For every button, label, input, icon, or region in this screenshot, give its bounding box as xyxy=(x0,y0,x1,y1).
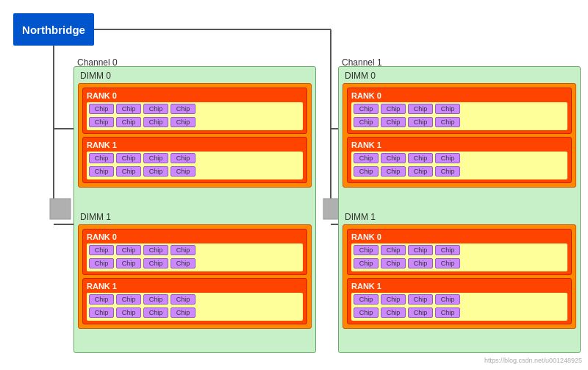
chip: Chip xyxy=(116,307,141,318)
channel-0-dimm-1-label: DIMM 1 xyxy=(78,212,312,222)
chip: Chip xyxy=(435,104,460,114)
chip: Chip xyxy=(408,307,433,318)
chip: Chip xyxy=(354,294,379,305)
chip-row: Chip Chip Chip Chip xyxy=(89,245,301,255)
channel-1-dimm-1-rank-0-label: RANK 0 xyxy=(351,232,567,241)
channel-0-dimm-1-inner: RANK 0 Chip Chip Chip Chip Chip Chip xyxy=(78,224,312,329)
chip: Chip xyxy=(116,258,141,268)
chip: Chip xyxy=(381,294,406,305)
chip: Chip xyxy=(381,258,406,268)
chip: Chip xyxy=(381,117,406,127)
chip: Chip xyxy=(116,294,141,305)
chip: Chip xyxy=(116,166,141,177)
chip: Chip xyxy=(435,245,460,255)
chip: Chip xyxy=(171,245,196,255)
channel-0-dimm-0-rank-0-label: RANK 0 xyxy=(87,91,303,100)
channel-0-dimm-1-rank-0-label: RANK 0 xyxy=(87,232,303,241)
chip: Chip xyxy=(435,153,460,163)
chip-row: Chip Chip Chip Chip xyxy=(354,104,565,114)
channel-1-dimm-1-rank-1: RANK 1 Chip Chip Chip Chip Chip Chip xyxy=(347,278,572,324)
channel-0-dimm-0-rank-1-label: RANK 1 xyxy=(87,140,303,149)
channel-1-dimm-1-rank-0: RANK 0 Chip Chip Chip Chip Chip Chip xyxy=(347,229,572,275)
channel-1-dimm-0-rank-1-label: RANK 1 xyxy=(351,140,567,149)
channel-1-dimm-1-rank-1-chips: Chip Chip Chip Chip Chip Chip Chip Chip xyxy=(351,293,567,321)
chip: Chip xyxy=(143,117,168,127)
chip: Chip xyxy=(143,258,168,268)
chip: Chip xyxy=(143,166,168,177)
chip: Chip xyxy=(171,166,196,177)
channel-1-dimm-0-label: DIMM 0 xyxy=(343,71,576,81)
chip: Chip xyxy=(171,104,196,114)
chip-row: Chip Chip Chip Chip xyxy=(89,153,301,163)
channel-0-dimm-0-inner: RANK 0 Chip Chip Chip Chip Chip Chip xyxy=(78,83,312,188)
chip: Chip xyxy=(116,117,141,127)
chip: Chip xyxy=(381,166,406,177)
chip: Chip xyxy=(408,166,433,177)
chip-row: Chip Chip Chip Chip xyxy=(89,104,301,114)
chip: Chip xyxy=(116,153,141,163)
chip: Chip xyxy=(354,166,379,177)
chip: Chip xyxy=(354,117,379,127)
chip: Chip xyxy=(354,307,379,318)
channel-0-dimm-0-rank-1: RANK 1 Chip Chip Chip Chip Chip Chip xyxy=(82,137,307,183)
chip: Chip xyxy=(354,104,379,114)
chip: Chip xyxy=(89,294,114,305)
chip: Chip xyxy=(408,258,433,268)
channel-1-dimm-1-rank-0-chips: Chip Chip Chip Chip Chip Chip Chip Chip xyxy=(351,243,567,271)
channel-1-dimm-0-rank-0: RANK 0 Chip Chip Chip Chip Chip Chip xyxy=(347,88,572,134)
svg-rect-7 xyxy=(50,199,71,219)
chip: Chip xyxy=(381,104,406,114)
channel-0-dimm-1-rank-0-chips: Chip Chip Chip Chip Chip Chip Chip Chip xyxy=(87,243,303,271)
chip: Chip xyxy=(435,307,460,318)
channel-0-dimm-0-rank-0: RANK 0 Chip Chip Chip Chip Chip Chip xyxy=(82,88,307,134)
chip: Chip xyxy=(354,245,379,255)
channel-1-dimm-0: DIMM 0 RANK 0 Chip Chip Chip Chip xyxy=(343,71,576,208)
channel-1-dimm-0-rank-1-chips: Chip Chip Chip Chip Chip Chip Chip Chip xyxy=(351,152,567,179)
chip: Chip xyxy=(381,307,406,318)
chip: Chip xyxy=(89,166,114,177)
channel-0-dimm-0-rank-0-chips: Chip Chip Chip Chip Chip Chip Chip Chip xyxy=(87,102,303,130)
channel-0-inner: DIMM 0 RANK 0 Chip Chip Chip Chip xyxy=(74,67,315,352)
channel-1-dimm-1: DIMM 1 RANK 0 Chip Chip Chip Chip xyxy=(343,212,576,349)
chip: Chip xyxy=(408,104,433,114)
chip: Chip xyxy=(171,258,196,268)
channel-1-dimm-0-rank-0-chips: Chip Chip Chip Chip Chip Chip Chip Chip xyxy=(351,102,567,130)
chip: Chip xyxy=(435,117,460,127)
chip: Chip xyxy=(143,307,168,318)
chip-row: Chip Chip Chip Chip xyxy=(89,294,301,305)
chip: Chip xyxy=(89,245,114,255)
chip: Chip xyxy=(381,245,406,255)
chip: Chip xyxy=(435,258,460,268)
chip-row: Chip Chip Chip Chip xyxy=(89,307,301,318)
chip: Chip xyxy=(89,307,114,318)
chip: Chip xyxy=(143,153,168,163)
diagram-container: Northbridge Channel 0 DIMM 0 RANK 0 Chip… xyxy=(0,0,588,370)
chip: Chip xyxy=(143,104,168,114)
chip: Chip xyxy=(143,294,168,305)
chip: Chip xyxy=(171,294,196,305)
channel-0-dimm-1-rank-1-label: RANK 1 xyxy=(87,282,303,291)
chip: Chip xyxy=(354,258,379,268)
channel-0-dimm-1-rank-0: RANK 0 Chip Chip Chip Chip Chip Chip xyxy=(82,229,307,275)
chip-row: Chip Chip Chip Chip xyxy=(354,307,565,318)
channel-0-dimm-0-rank-1-chips: Chip Chip Chip Chip Chip Chip Chip Chip xyxy=(87,152,303,179)
channel-1-dimm-1-label: DIMM 1 xyxy=(343,212,576,222)
chip-row: Chip Chip Chip Chip xyxy=(89,166,301,177)
chip: Chip xyxy=(408,245,433,255)
channel-1-dimm-0-rank-0-label: RANK 0 xyxy=(351,91,567,100)
chip: Chip xyxy=(89,117,114,127)
channel-0-dimm-1-rank-1-chips: Chip Chip Chip Chip Chip Chip Chip Chip xyxy=(87,293,303,321)
channel-1-dimm-1-inner: RANK 0 Chip Chip Chip Chip Chip Chip xyxy=(343,224,576,329)
watermark: https://blog.csdn.net/u001248925 xyxy=(484,357,582,364)
chip: Chip xyxy=(171,153,196,163)
channel-0-dimm-1: DIMM 1 RANK 0 Chip Chip Chip Chip xyxy=(78,212,312,349)
chip: Chip xyxy=(89,258,114,268)
chip: Chip xyxy=(435,166,460,177)
channel-1-dimm-0-rank-1: RANK 1 Chip Chip Chip Chip Chip Chip xyxy=(347,137,572,183)
chip: Chip xyxy=(89,104,114,114)
chip: Chip xyxy=(435,294,460,305)
channel-0-dimm-0-label: DIMM 0 xyxy=(78,71,312,81)
channel-1-box: DIMM 0 RANK 0 Chip Chip Chip Chip xyxy=(338,66,581,353)
channel-0-dimm-1-rank-1: RANK 1 Chip Chip Chip Chip Chip Chip xyxy=(82,278,307,324)
chip-row: Chip Chip Chip Chip xyxy=(89,258,301,268)
